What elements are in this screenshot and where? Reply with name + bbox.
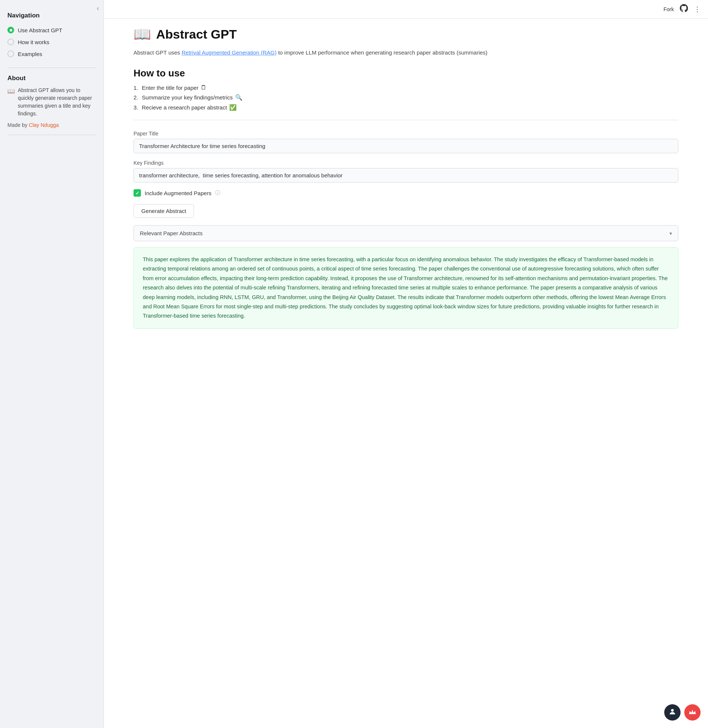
crown-icon-button[interactable] xyxy=(684,704,701,721)
sidebar-divider-1 xyxy=(7,68,96,68)
nav-item-how-it-works[interactable]: How it works xyxy=(7,37,96,47)
fork-button[interactable]: Fork xyxy=(663,6,674,12)
sidebar-toggle-button[interactable]: ‹ xyxy=(97,4,99,12)
nav-item-use-abstract-gpt[interactable]: Use Abstract GPT xyxy=(7,25,96,35)
step-2: 2. Summarize your key findings/metrics 🔍 xyxy=(133,94,678,101)
nav-label-examples: Examples xyxy=(18,51,42,57)
nav-item-examples[interactable]: Examples xyxy=(7,49,96,59)
user-icon xyxy=(668,708,676,718)
nav-radio-use-abstract-gpt xyxy=(7,27,14,33)
paper-title-label: Paper Title xyxy=(133,131,678,137)
dropdown-header[interactable]: Relevant Paper Abstracts ▾ xyxy=(134,225,678,241)
step-1-text: Enter the title for paper xyxy=(142,84,199,91)
book-icon: 📖 xyxy=(7,87,15,96)
page-header: 📖 Abstract GPT xyxy=(133,26,678,42)
made-by: Made by Clay Ndugga xyxy=(7,122,96,128)
bottom-right-icons xyxy=(664,704,701,721)
step-1-icon: 🗒 xyxy=(201,84,207,91)
relevant-papers-dropdown[interactable]: Relevant Paper Abstracts ▾ xyxy=(133,225,678,241)
step-2-icon: 🔍 xyxy=(235,94,242,101)
include-augmented-checkbox[interactable] xyxy=(133,189,141,197)
include-augmented-label: Include Augmented Papers xyxy=(145,190,212,196)
include-augmented-row: Include Augmented Papers ⓘ xyxy=(133,189,678,197)
about-description: 📖 Abstract GPT allows you to quickly gen… xyxy=(7,86,96,118)
main-content: 📖 Abstract GPT Abstract GPT uses Retriva… xyxy=(104,0,708,728)
svg-point-0 xyxy=(671,709,673,711)
step-1-num: 1. xyxy=(133,84,138,91)
nav-list: Use Abstract GPT How it works Examples xyxy=(7,25,96,61)
user-icon-button[interactable] xyxy=(664,704,680,721)
crown-icon xyxy=(688,708,696,718)
github-icon[interactable] xyxy=(680,4,688,14)
navigation-title: Navigation xyxy=(7,12,96,19)
step-3-icon: ✅ xyxy=(229,104,236,111)
abstract-text: This paper explores the application of T… xyxy=(143,255,669,321)
page-book-icon: 📖 xyxy=(133,26,151,42)
nav-radio-how-it-works xyxy=(7,39,14,45)
step-3-num: 3. xyxy=(133,104,138,110)
key-findings-input[interactable] xyxy=(133,168,678,183)
step-3-text: Recieve a research paper abstract xyxy=(142,104,227,110)
step-2-text: Summarize your key findings/metrics xyxy=(142,94,233,100)
section-divider xyxy=(133,120,678,120)
header: Fork ⋮ xyxy=(104,0,708,19)
page-description: Abstract GPT uses Retrival Augmented Gen… xyxy=(133,48,678,57)
paper-title-input[interactable] xyxy=(133,139,678,153)
nav-radio-examples xyxy=(7,51,14,57)
made-by-link[interactable]: Clay Ndugga xyxy=(29,122,59,128)
chevron-down-icon: ▾ xyxy=(669,230,672,236)
generate-abstract-button[interactable]: Generate Abstract xyxy=(133,204,194,218)
step-1: 1. Enter the title for paper 🗒 xyxy=(133,84,678,91)
rag-link[interactable]: Retrival Augmented Generation (RAG) xyxy=(182,49,277,56)
nav-label-use-abstract-gpt: Use Abstract GPT xyxy=(18,27,62,33)
page-desc-suffix: to improve LLM performance when generati… xyxy=(277,49,488,56)
abstract-result-box: This paper explores the application of T… xyxy=(133,247,678,329)
step-3: 3. Recieve a research paper abstract ✅ xyxy=(133,104,678,111)
page-title: Abstract GPT xyxy=(156,27,236,42)
key-findings-label: Key Findings xyxy=(133,160,678,166)
made-by-prefix: Made by xyxy=(7,122,28,128)
help-icon[interactable]: ⓘ xyxy=(215,190,220,196)
about-title: About xyxy=(7,74,96,82)
nav-label-how-it-works: How it works xyxy=(18,39,49,45)
about-text: Abstract GPT allows you to quickly gener… xyxy=(18,86,96,118)
how-to-use-title: How to use xyxy=(133,68,678,79)
sidebar: ‹ Navigation Use Abstract GPT How it wor… xyxy=(0,0,104,728)
sidebar-divider-2 xyxy=(7,135,96,135)
step-2-num: 2. xyxy=(133,94,138,100)
page-desc-prefix: Abstract GPT uses xyxy=(133,49,182,56)
more-options-icon[interactable]: ⋮ xyxy=(694,5,701,13)
steps-list: 1. Enter the title for paper 🗒 2. Summar… xyxy=(133,84,678,111)
dropdown-label: Relevant Paper Abstracts xyxy=(140,230,203,236)
